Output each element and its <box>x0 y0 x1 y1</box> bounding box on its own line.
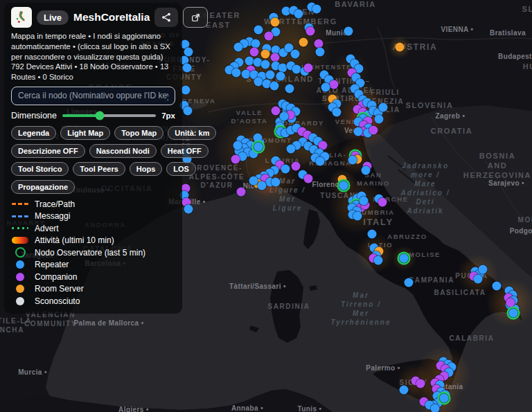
node-repeater[interactable] <box>400 254 409 263</box>
node-repeater[interactable] <box>251 39 260 48</box>
node-companion[interactable] <box>272 107 281 116</box>
button-nascondi-nodi[interactable]: Nascondi Nodi <box>89 144 157 158</box>
button-hops[interactable]: Hops <box>130 162 163 176</box>
legend-item: Trace/Path <box>11 198 175 211</box>
node-companion[interactable] <box>250 48 259 57</box>
external-link-button[interactable] <box>183 7 208 28</box>
node-companion[interactable] <box>330 80 339 89</box>
node-repeater[interactable] <box>379 103 388 112</box>
node-repeater[interactable] <box>234 43 243 52</box>
node-repeater[interactable] <box>233 141 242 150</box>
node-repeater[interactable] <box>276 72 285 81</box>
button-legenda[interactable]: Legenda <box>11 126 56 140</box>
node-repeater[interactable] <box>254 143 263 152</box>
node-repeater[interactable] <box>245 57 254 66</box>
node-repeater[interactable] <box>362 166 371 175</box>
node-repeater[interactable] <box>184 205 193 214</box>
node-repeater[interactable] <box>479 265 488 274</box>
node-repeater[interactable] <box>280 112 289 121</box>
node-repeater[interactable] <box>400 386 409 395</box>
node-repeater[interactable] <box>440 394 449 403</box>
node-repeater[interactable] <box>291 50 300 59</box>
node-repeater[interactable] <box>348 156 357 165</box>
node-companion[interactable] <box>231 155 240 164</box>
node-repeater[interactable] <box>272 178 281 187</box>
dotted-line-icon <box>12 227 28 229</box>
legend-label: Room Server <box>35 284 84 294</box>
node-repeater[interactable] <box>181 86 190 95</box>
node-repeater[interactable] <box>312 5 321 14</box>
node-repeater[interactable] <box>509 309 518 318</box>
button-heat-off[interactable]: Heat OFF <box>161 144 209 158</box>
node-repeater[interactable] <box>354 127 363 136</box>
node-repeater[interactable] <box>261 60 270 69</box>
size-slider[interactable] <box>62 111 156 120</box>
node-repeater[interactable] <box>368 230 377 239</box>
node-repeater[interactable] <box>405 278 414 287</box>
node-repeater[interactable] <box>285 84 294 93</box>
node-repeater[interactable] <box>258 181 267 190</box>
node-companion[interactable] <box>304 174 313 183</box>
node-room-server[interactable] <box>299 38 308 47</box>
button-los[interactable]: LOS <box>166 162 196 176</box>
meshcore-logo[interactable] <box>11 7 32 28</box>
node-repeater[interactable] <box>184 107 193 116</box>
slider-thumb[interactable] <box>96 111 105 120</box>
legend-item: Room Server <box>11 283 175 295</box>
button-light-map[interactable]: Light Map <box>60 126 110 140</box>
legend-swatch-ring <box>11 247 29 258</box>
node-repeater[interactable] <box>232 69 241 78</box>
node-repeater[interactable] <box>375 115 384 124</box>
node-repeater[interactable] <box>270 82 279 91</box>
node-repeater[interactable] <box>281 165 290 174</box>
node-repeater[interactable] <box>321 83 330 92</box>
button-tool-storico[interactable]: Tool Storico <box>11 162 69 176</box>
node-repeater[interactable] <box>254 26 263 35</box>
node-companion[interactable] <box>416 379 425 388</box>
button-topo-map[interactable]: Topo Map <box>114 126 163 140</box>
legend-label: Repeater <box>35 260 69 269</box>
node-repeater[interactable] <box>332 108 342 117</box>
node-repeater[interactable] <box>339 181 348 190</box>
node-repeater[interactable] <box>287 145 296 154</box>
node-companion[interactable] <box>314 39 323 48</box>
button-descrizione-off[interactable]: Descrizione OFF <box>11 144 85 158</box>
node-repeater[interactable] <box>183 64 192 73</box>
node-repeater[interactable] <box>266 71 275 80</box>
node-repeater[interactable] <box>184 48 193 57</box>
node-repeater[interactable] <box>374 256 383 265</box>
node-companion[interactable] <box>292 162 301 171</box>
node-repeater[interactable] <box>474 275 483 284</box>
node-repeater[interactable] <box>292 65 301 74</box>
node-repeater[interactable] <box>254 134 263 143</box>
node-companion[interactable] <box>237 188 246 197</box>
button-unit-km[interactable]: Unità: km <box>168 126 216 140</box>
node-repeater[interactable] <box>316 48 325 57</box>
node-repeater[interactable] <box>249 177 258 186</box>
node-companion[interactable] <box>265 32 274 41</box>
node-companion[interactable] <box>304 64 313 73</box>
node-room-server[interactable] <box>271 18 280 27</box>
node-companion[interactable] <box>378 198 387 207</box>
node-companion[interactable] <box>506 298 515 307</box>
search-input[interactable] <box>11 87 175 105</box>
node-repeater[interactable] <box>360 197 369 206</box>
node-companion[interactable] <box>306 27 315 36</box>
node-repeater[interactable] <box>254 78 263 87</box>
node-repeater[interactable] <box>353 212 362 221</box>
node-repeater[interactable] <box>316 157 325 166</box>
node-repeater[interactable] <box>431 404 440 412</box>
node-room-server[interactable] <box>396 43 405 52</box>
node-repeater[interactable] <box>294 10 303 19</box>
button-tool-peers[interactable]: Tool Peers <box>73 162 125 176</box>
panel-description: Mappa in tempo reale • I nodi si aggiorn… <box>11 31 175 82</box>
legend-label: Companion <box>35 272 77 282</box>
node-companion[interactable] <box>369 126 378 135</box>
slider-track[interactable] <box>62 114 156 117</box>
node-repeater[interactable] <box>493 282 502 291</box>
button-propagazione[interactable]: Propagazione <box>11 180 75 194</box>
live-badge: Live <box>37 10 69 25</box>
node-room-server[interactable] <box>261 50 270 59</box>
share-button[interactable] <box>154 8 178 27</box>
node-repeater[interactable] <box>344 27 353 36</box>
